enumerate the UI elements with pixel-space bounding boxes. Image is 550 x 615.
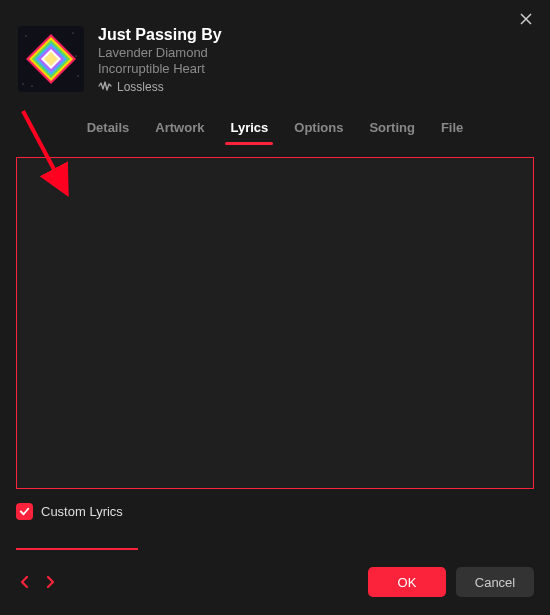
track-info: Just Passing By Lavender Diamond Incorru…	[98, 26, 222, 94]
tab-artwork[interactable]: Artwork	[153, 114, 206, 145]
dialog-footer: OK Cancel	[0, 567, 550, 597]
next-track-button[interactable]	[42, 574, 58, 590]
footer-buttons: OK Cancel	[368, 567, 534, 597]
custom-lyrics-checkbox[interactable]	[16, 503, 33, 520]
svg-point-2	[72, 32, 73, 33]
svg-point-3	[77, 75, 78, 76]
chevron-right-icon	[46, 576, 55, 588]
tab-bar: Details Artwork Lyrics Options Sorting F…	[0, 104, 550, 145]
tab-options[interactable]: Options	[292, 114, 345, 145]
custom-lyrics-label: Custom Lyrics	[41, 504, 123, 519]
cancel-button[interactable]: Cancel	[456, 567, 534, 597]
custom-lyrics-row[interactable]: Custom Lyrics	[16, 503, 125, 520]
tab-details[interactable]: Details	[85, 114, 132, 145]
tab-lyrics[interactable]: Lyrics	[228, 114, 270, 145]
annotation-underline	[16, 548, 138, 550]
close-icon	[520, 11, 532, 29]
nav-arrows	[16, 574, 58, 590]
track-artist: Lavender Diamond	[98, 45, 222, 60]
lossless-badge: Lossless	[98, 80, 222, 94]
check-icon	[19, 506, 30, 517]
chevron-left-icon	[20, 576, 29, 588]
svg-point-6	[75, 55, 76, 56]
track-header: Just Passing By Lavender Diamond Incorru…	[0, 0, 550, 104]
tab-sorting[interactable]: Sorting	[367, 114, 417, 145]
lyrics-editor-container	[16, 157, 534, 489]
album-artwork	[18, 26, 84, 92]
track-album: Incorruptible Heart	[98, 61, 222, 76]
svg-point-1	[25, 35, 26, 36]
lossless-label: Lossless	[117, 80, 164, 94]
track-title: Just Passing By	[98, 26, 222, 44]
tab-file[interactable]: File	[439, 114, 465, 145]
lyrics-textarea[interactable]	[17, 158, 533, 488]
close-button[interactable]	[516, 10, 536, 30]
lossless-icon	[98, 81, 112, 93]
svg-point-5	[31, 85, 32, 86]
svg-point-4	[22, 83, 23, 84]
prev-track-button[interactable]	[16, 574, 32, 590]
ok-button[interactable]: OK	[368, 567, 446, 597]
